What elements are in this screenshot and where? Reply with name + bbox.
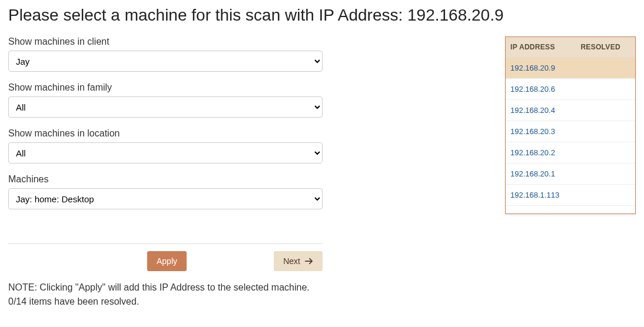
page-title: Please select a machine for this scan wi… [8, 6, 636, 25]
resolved-cell [576, 142, 635, 164]
client-select[interactable]: Jay [8, 51, 323, 72]
col-resolved[interactable]: RESOLVED [576, 37, 635, 58]
location-label: Show machines in location [8, 128, 323, 139]
table-row[interactable]: 192.168.20.9 [506, 58, 635, 79]
apply-button[interactable]: Apply [147, 251, 187, 271]
resolved-cell [576, 185, 635, 206]
next-button-label: Next [283, 256, 300, 266]
arrow-right-icon [305, 257, 313, 265]
resolved-cell [576, 164, 635, 185]
table-row[interactable]: 192.168.20.2 [506, 142, 635, 164]
machines-select[interactable]: Jay: home: Desktop [8, 188, 323, 209]
resolved-cell [576, 100, 635, 121]
divider [8, 243, 323, 244]
client-label: Show machines in client [8, 36, 323, 47]
family-select[interactable]: All [8, 96, 323, 118]
ip-panel-scroll[interactable]: IP ADDRESS RESOLVED 192.168.20.9192.168.… [506, 37, 635, 213]
location-select[interactable]: All [8, 142, 323, 164]
resolved-cell [576, 79, 635, 100]
ip-table: IP ADDRESS RESOLVED 192.168.20.9192.168.… [506, 37, 635, 206]
ip-cell: 192.168.20.2 [506, 142, 576, 164]
form-column: Show machines in client Jay Show machine… [8, 36, 323, 309]
table-row[interactable]: 192.168.1.113 [506, 185, 635, 206]
table-row[interactable]: 192.168.20.6 [506, 79, 635, 100]
table-row[interactable]: 192.168.20.3 [506, 121, 635, 142]
ip-cell: 192.168.20.6 [506, 79, 576, 100]
resolved-cell [576, 58, 635, 79]
ip-cell: 192.168.20.1 [506, 164, 576, 185]
resolved-cell [576, 121, 635, 142]
note-line-2: 0/14 items have been resolved. [8, 295, 323, 309]
note-text: NOTE: Clicking "Apply" will add this IP … [8, 281, 323, 309]
table-row[interactable]: 192.168.20.1 [506, 164, 635, 185]
machines-label: Machines [8, 174, 323, 185]
ip-cell: 192.168.1.113 [506, 185, 576, 206]
ip-cell: 192.168.20.4 [506, 100, 576, 121]
ip-cell: 192.168.20.9 [506, 58, 576, 79]
ip-panel: IP ADDRESS RESOLVED 192.168.20.9192.168.… [505, 36, 636, 214]
family-label: Show machines in family [8, 82, 323, 93]
note-line-1: NOTE: Clicking "Apply" will add this IP … [8, 281, 323, 295]
table-row[interactable]: 192.168.20.4 [506, 100, 635, 121]
next-button[interactable]: Next [274, 251, 323, 271]
ip-cell: 192.168.20.3 [506, 121, 576, 142]
apply-button-label: Apply [157, 256, 177, 266]
col-ip[interactable]: IP ADDRESS [506, 37, 576, 58]
